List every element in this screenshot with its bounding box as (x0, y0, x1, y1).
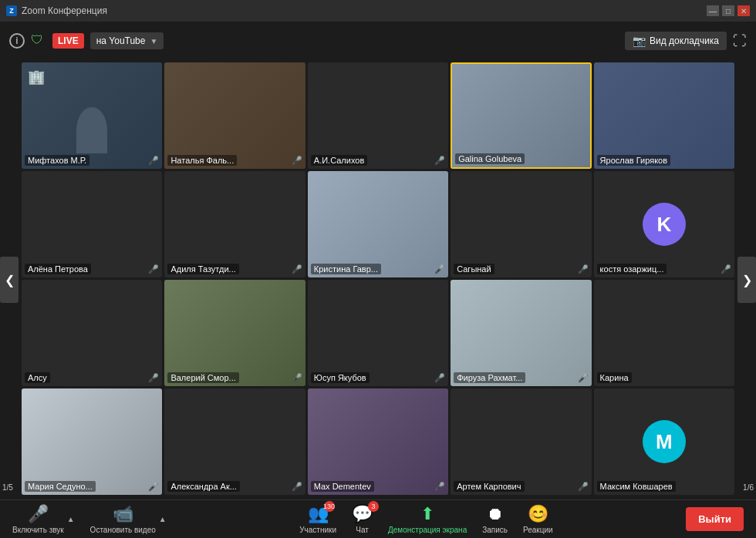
video-icon: 📹 (113, 504, 133, 524)
live-badge: LIVE (52, 33, 84, 49)
info-icon[interactable]: i (9, 33, 25, 49)
name-label-p20: Максим Ковшарев (597, 481, 676, 492)
mute-button[interactable]: 🎤 Включить звук (12, 504, 64, 534)
participant-cell-p7[interactable]: Адиля Тазутди...Адиля Тазутди...🎤 (164, 171, 305, 277)
camera-icon: 📷 (633, 35, 646, 47)
muted-icon-p16: 🎤 (148, 482, 159, 492)
top-bar: i 🛡 LIVE на YouTube ▼ 📷 Вид докладчика ⛶ (0, 22, 756, 60)
app-icon: Z (6, 5, 17, 16)
minimize-button[interactable]: — (707, 5, 719, 16)
muted-icon-p17: 🎤 (292, 482, 302, 492)
muted-icon-p10: 🎤 (721, 264, 731, 274)
fullscreen-button[interactable]: ⛶ (733, 33, 747, 49)
participant-cell-p9[interactable]: СагынайСагынай🎤 (451, 171, 591, 277)
participant-cell-p6[interactable]: Алёна ПетроваАлёна Петрова🎤 (22, 171, 162, 277)
participant-cell-p4[interactable]: Galina Golubeva (451, 62, 591, 169)
close-button[interactable]: ✕ (737, 5, 750, 16)
video-grid: 🏢Мифтахов М.Р.🎤Наталья Фаль...🎤А.И.Салих… (0, 60, 756, 499)
participant-cell-p1[interactable]: 🏢Мифтахов М.Р.🎤 (22, 62, 162, 169)
video-chevron-icon[interactable]: ▲ (159, 515, 167, 523)
participant-cell-p12[interactable]: Валерий Смор...🎤 (164, 280, 305, 386)
name-label-p1: Мифтахов М.Р. (25, 155, 89, 166)
reactions-icon: 😊 (528, 504, 548, 524)
muted-icon-p7: 🎤 (292, 264, 302, 274)
participant-cell-p20[interactable]: MМаксим Ковшарев (594, 388, 734, 495)
avatar-p20: M (643, 420, 686, 463)
leave-button[interactable]: Выйти (686, 507, 744, 531)
muted-icon-p3: 🎤 (434, 156, 445, 166)
muted-icon-p18: 🎤 (434, 482, 445, 492)
name-label-p6: Алёна Петрова (25, 264, 91, 274)
name-label-p14: Фируза Рахмат... (454, 372, 525, 383)
muted-icon-p19: 🎤 (578, 482, 589, 492)
muted-icon-p11: 🎤 (148, 373, 159, 383)
reactions-label: Реакции (523, 526, 553, 534)
mute-group[interactable]: 🎤 Включить звук ▲ (12, 504, 75, 534)
share-screen-button[interactable]: ⬆ Демонстрация экрана (388, 504, 467, 534)
record-icon: ⏺ (487, 504, 504, 524)
name-label-p2: Наталья Фаль... (167, 155, 237, 166)
bottom-toolbar: 🎤 Включить звук ▲ 📹 Остановить видео ▲ 👥… (0, 499, 756, 538)
name-label-p19: Артем Карпович (454, 481, 524, 492)
participants-badge: 130 (324, 501, 335, 512)
name-label-p13: Юсуп Якубов (311, 372, 370, 383)
maximize-button[interactable]: □ (722, 5, 734, 16)
name-label-p4: Galina Golubeva (455, 153, 525, 164)
name-label-p10: костя озаржиц... (597, 264, 667, 274)
chat-label: Чат (356, 526, 369, 534)
name-label-p16: Мария Седуно... (25, 481, 96, 492)
window-controls[interactable]: — □ ✕ (707, 5, 750, 16)
muted-icon-p1: 🎤 (148, 156, 159, 166)
video-button[interactable]: 📹 Остановить видео (90, 504, 156, 534)
video-group[interactable]: 📹 Остановить видео ▲ (90, 504, 167, 534)
mute-chevron-icon[interactable]: ▲ (67, 515, 75, 523)
participants-button[interactable]: 👥 130 Участники (299, 504, 336, 534)
reactions-button[interactable]: 😊 Реакции (523, 504, 553, 534)
participant-cell-p8[interactable]: Кристина Гавр...🎤 (308, 171, 448, 277)
participant-cell-p5[interactable]: Ярослав Гиряков (594, 62, 734, 169)
participants-icon: 👥 130 (308, 504, 329, 524)
muted-icon-p6: 🎤 (148, 264, 159, 274)
participant-cell-p17[interactable]: Александра Ак...Александра Ак...🎤 (164, 388, 305, 495)
record-label: Запись (482, 526, 508, 534)
participant-cell-p2[interactable]: Наталья Фаль...🎤 (164, 62, 305, 169)
title-bar: Z Zoom Конференция — □ ✕ (0, 0, 756, 22)
chat-button[interactable]: 💬 3 Чат (352, 504, 373, 534)
name-label-p3: А.И.Салихов (311, 155, 367, 166)
main-content: ❮ 1/5 🏢Мифтахов М.Р.🎤Наталья Фаль...🎤А.И… (0, 60, 756, 499)
speaker-view-button[interactable]: 📷 Вид докладчика (625, 32, 727, 50)
record-button[interactable]: ⏺ Запись (482, 504, 508, 534)
next-page-button[interactable]: ❯ (737, 257, 756, 303)
participant-cell-p3[interactable]: А.И.СалиховА.И.Салихов🎤 (308, 62, 448, 169)
video-label: Остановить видео (90, 526, 156, 534)
name-label-p17: Александра Ак... (167, 481, 240, 492)
name-label-p9: Сагынай (454, 264, 494, 274)
microphone-muted-icon: 🎤 (28, 504, 49, 524)
share-label: Демонстрация экрана (388, 526, 467, 534)
participant-cell-p15[interactable]: КаринаКарина (594, 280, 734, 386)
name-label-p11: Алсу (25, 372, 50, 383)
muted-icon-p12: 🎤 (292, 373, 302, 383)
participant-cell-p11[interactable]: АлсуАлсу🎤 (22, 280, 162, 386)
muted-icon-p9: 🎤 (578, 264, 589, 274)
name-label-p8: Кристина Гавр... (311, 264, 381, 274)
chat-badge: 3 (368, 501, 379, 512)
participant-cell-p19[interactable]: Артем КарповичАртем Карпович🎤 (451, 388, 591, 495)
prev-page-button[interactable]: ❮ (0, 257, 19, 303)
name-label-p18: Max Dementev (311, 481, 374, 492)
page-indicator-left: 1/5 (2, 483, 13, 492)
youtube-label: на YouTube (96, 35, 146, 46)
participant-cell-p14[interactable]: Фируза Рахмат...🎤 (451, 280, 591, 386)
name-label-p15: Карина (597, 372, 632, 383)
participant-cell-p10[interactable]: Kкостя озаржиц...🎤 (594, 171, 734, 277)
name-label-p12: Валерий Смор... (167, 372, 238, 383)
avatar-p10: K (643, 203, 686, 246)
shield-icon: 🛡 (31, 33, 46, 49)
youtube-dropdown-button[interactable]: на YouTube ▼ (90, 32, 164, 49)
participant-cell-p18[interactable]: ···Max Dementev🎤 (308, 388, 448, 495)
participant-cell-p16[interactable]: Мария Седуно...🎤 (22, 388, 162, 495)
participant-cell-p13[interactable]: Юсуп ЯкубовЮсуп Якубов🎤 (308, 280, 448, 386)
speaker-view-label: Вид докладчика (650, 35, 719, 46)
name-label-p5: Ярослав Гиряков (597, 155, 670, 166)
name-label-p7: Адиля Тазутди... (167, 264, 238, 274)
